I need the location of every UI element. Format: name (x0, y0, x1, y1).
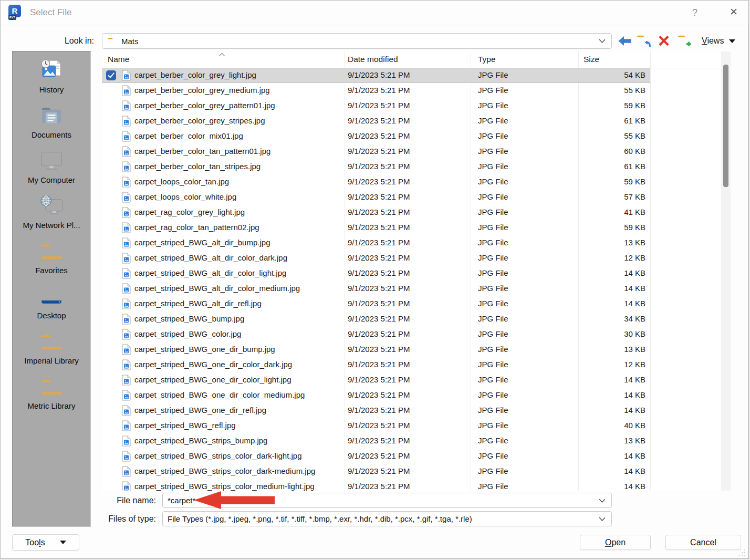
image-file-icon (122, 435, 131, 447)
file-row[interactable]: carpet_loops_color_white.jpg 9/1/2023 5:… (102, 190, 721, 205)
open-button[interactable]: Open (580, 535, 651, 550)
sidebar-item[interactable]: Favorites (13, 236, 90, 282)
column-header-type[interactable]: Type (478, 55, 496, 64)
file-row[interactable]: carpet_berber_color_mix01.jpg 9/1/2023 5… (102, 129, 721, 144)
file-row[interactable]: carpet_striped_BWG_strips_color_dark-lig… (102, 449, 721, 464)
file-row[interactable]: carpet_striped_BWG_alt_dir_refl.jpg 9/1/… (102, 296, 721, 312)
close-icon[interactable]: ✕ (725, 1, 742, 25)
file-type: JPG File (478, 482, 508, 491)
file-row[interactable]: carpet_rag_color_tan_pattern02.jpg 9/1/2… (102, 220, 721, 235)
back-button[interactable] (618, 35, 632, 47)
sidebar-item[interactable]: Imperial Library (13, 327, 90, 372)
file-row[interactable]: carpet_striped_BWG_strips_bump.jpg 9/1/2… (102, 433, 721, 449)
file-size: 59 KB (578, 223, 645, 232)
sidebar-item-label: My Network Pl... (23, 221, 80, 230)
file-row[interactable]: carpet_striped_BWG_alt_dir_color_medium.… (102, 281, 721, 296)
file-size: 40 KB (578, 421, 645, 430)
file-row[interactable]: carpet_striped_BWG_one_dir_refl.jpg 9/1/… (102, 403, 721, 418)
sidebar-item[interactable]: Documents (13, 101, 90, 146)
column-header-size[interactable]: Size (584, 55, 599, 64)
cancel-button[interactable]: Cancel (665, 535, 741, 550)
title-bar: R RVT Select File ? ✕ (1, 1, 748, 25)
image-file-icon (122, 131, 131, 142)
image-file-icon (122, 451, 131, 462)
image-file-icon (122, 420, 131, 431)
file-row[interactable]: carpet_striped_BWG_one_dir_color_dark.jp… (102, 357, 721, 372)
sidebar-item[interactable]: My Network Pl... (13, 191, 90, 236)
file-name: carpet_striped_BWG_alt_dir_refl.jpg (134, 299, 343, 308)
chevron-down-icon[interactable] (599, 39, 606, 44)
file-row[interactable]: carpet_berber_color_grey_pattern01.jpg 9… (102, 98, 721, 113)
file-row[interactable]: carpet_loops_color_tan.jpg 9/1/2023 5:21… (102, 174, 721, 190)
file-type: JPG File (478, 390, 508, 399)
file-row[interactable]: carpet_striped_BWG_one_dir_color_light.j… (102, 372, 721, 388)
sidebar-item-label: History (39, 85, 64, 94)
file-size: 14 KB (578, 284, 645, 293)
file-type: JPG File (478, 86, 508, 95)
file-row[interactable]: carpet_striped_BWG_alt_dir_color_light.j… (102, 266, 721, 281)
image-file-icon (122, 85, 131, 96)
file-row[interactable]: carpet_striped_BWG_one_dir_bump.jpg 9/1/… (102, 342, 721, 357)
file-row[interactable]: carpet_striped_BWG_refl.jpg 9/1/2023 5:2… (102, 418, 721, 433)
file-row[interactable]: carpet_striped_BWG_one_dir_color_medium.… (102, 388, 721, 403)
file-row[interactable]: carpet_striped_BWG_color.jpg 9/1/2023 5:… (102, 327, 721, 342)
file-type: JPG File (478, 466, 508, 475)
file-row[interactable]: carpet_berber_color_grey_medium.jpg 9/1/… (102, 83, 721, 98)
file-row[interactable]: carpet_striped_BWG_alt_dir_color_dark.jp… (102, 251, 721, 266)
scrollbar-thumb[interactable] (723, 65, 728, 187)
resize-grip[interactable] (739, 549, 745, 556)
image-file-icon (122, 146, 131, 157)
file-size: 34 KB (578, 314, 645, 323)
files-of-type-dropdown[interactable]: File Types (*.jpg, *.jpeg, *.png, *.tif,… (162, 511, 612, 526)
column-header-date-modified[interactable]: Date modified (348, 55, 398, 64)
file-name: carpet_striped_BWG_strips_color_medium-l… (134, 482, 343, 491)
help-icon[interactable]: ? (688, 1, 702, 25)
file-name-input[interactable]: *carpet* (162, 493, 612, 508)
file-date-modified: 9/1/2023 5:21 PM (348, 70, 410, 79)
image-file-icon (122, 116, 131, 127)
file-row[interactable]: carpet_berber_color_tan_stripes.jpg 9/1/… (102, 159, 721, 174)
file-date-modified: 9/1/2023 5:21 PM (348, 86, 410, 95)
views-button[interactable]: Views (702, 33, 735, 49)
sidebar-item-label: My Computer (28, 175, 75, 184)
new-folder-button[interactable] (677, 33, 692, 48)
file-row[interactable]: carpet_striped_BWG_strips_color_dark-med… (102, 464, 721, 479)
image-file-icon (122, 268, 131, 279)
file-size: 14 KB (578, 268, 645, 277)
file-size: 60 KB (578, 147, 645, 155)
chevron-down-icon[interactable] (599, 499, 606, 503)
file-size: 55 KB (578, 131, 645, 140)
file-row[interactable]: carpet_striped_BWG_alt_dir_bump.jpg 9/1/… (102, 235, 721, 251)
file-row[interactable]: carpet_berber_color_tan_pattern01.jpg 9/… (102, 144, 721, 159)
app-icon-badge: RVT (8, 15, 16, 20)
sidebar-item[interactable]: Metric Library (13, 372, 90, 417)
file-row[interactable]: carpet_berber_color_grey_stripes.jpg 9/1… (102, 113, 721, 129)
file-row[interactable]: carpet_berber_color_grey_light.jpg 9/1/2… (102, 68, 721, 83)
delete-button[interactable] (658, 35, 670, 47)
file-name: carpet_striped_BWG_strips_color_dark-lig… (134, 451, 343, 460)
file-name: carpet_striped_BWG_color.jpg (134, 329, 343, 338)
file-name: carpet_loops_color_white.jpg (134, 192, 343, 201)
window-title: Select File (30, 1, 71, 25)
file-type: JPG File (478, 223, 508, 232)
column-header-name[interactable]: Name (108, 55, 129, 64)
sidebar-item[interactable]: My Computer (13, 146, 90, 191)
checkbox-checked-icon[interactable] (106, 70, 116, 80)
look-in-dropdown[interactable]: Mats (102, 33, 612, 49)
file-row[interactable]: carpet_rag_color_grey_light.jpg 9/1/2023… (102, 205, 721, 220)
places-sidebar: History Documents My Computer My Network… (12, 51, 91, 527)
image-file-icon (122, 359, 131, 370)
file-type: JPG File (478, 345, 508, 354)
image-file-icon (122, 207, 131, 218)
file-size: 14 KB (578, 406, 645, 414)
file-name-label: File name: (1, 496, 156, 505)
up-one-level-button[interactable] (636, 33, 651, 48)
file-row[interactable]: carpet_striped_BWG_strips_color_medium-l… (102, 479, 721, 491)
tools-button[interactable]: Tools (12, 534, 79, 551)
sidebar-item[interactable]: Desktop (13, 282, 90, 327)
chevron-down-icon[interactable] (599, 517, 606, 522)
vertical-scrollbar[interactable] (721, 51, 731, 491)
file-row[interactable]: carpet_striped_BWG_bump.jpg 9/1/2023 5:2… (102, 312, 721, 327)
file-date-modified: 9/1/2023 5:21 PM (348, 223, 410, 232)
sidebar-item[interactable]: History (13, 56, 90, 101)
